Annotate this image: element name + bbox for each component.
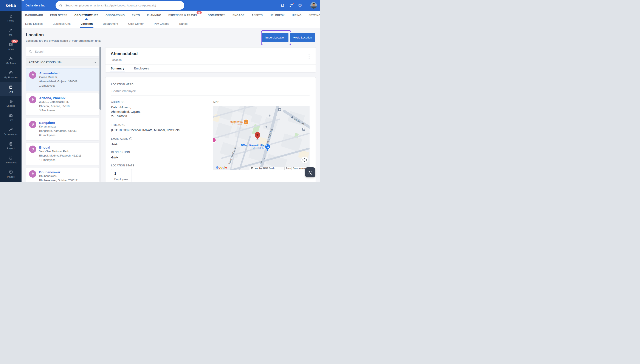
nav-settings[interactable]: SETTINGS [309, 11, 320, 20]
global-search-input[interactable] [65, 4, 181, 7]
info-icon[interactable] [129, 137, 132, 140]
sidebar-item-project[interactable]: Project [0, 138, 22, 153]
location-employee-count: 3 Employees [39, 108, 70, 113]
map-pan-control[interactable] [301, 156, 308, 164]
subnav-location[interactable]: Location [81, 20, 93, 28]
subnav-business-unit[interactable]: Business Unit [53, 20, 71, 28]
map-attribution-text: Map data ©2025 Google [255, 167, 275, 169]
import-location-button[interactable]: Import Location [262, 33, 288, 42]
location-card-bhubaneswar[interactable]: Bhubaneswar Bhubaneswar, Bhubaneswar, Od… [26, 167, 99, 182]
sidebar-item-my-team[interactable]: My Team [0, 53, 22, 68]
settings-button[interactable] [298, 3, 302, 8]
active-locations-header[interactable]: ACTIVE LOCATIONS (19) [26, 58, 99, 66]
subnav-department[interactable]: Department [103, 20, 118, 28]
locations-search-input[interactable] [35, 50, 96, 54]
sidebar-item-me[interactable]: Me [0, 25, 22, 39]
project-clipboard-icon [9, 142, 13, 146]
nav-hiring[interactable]: HIRING [292, 11, 302, 20]
sidebar-item-label: Org [9, 90, 13, 93]
sidebar-item-home[interactable]: Home [0, 11, 22, 25]
locations-search[interactable] [26, 47, 99, 56]
payroll-monitor-icon [9, 170, 13, 174]
location-pin-icon [29, 170, 36, 178]
location-card-bhopal[interactable]: Bhopal Van Vihar National Park, Bhopal, … [26, 142, 99, 165]
nav-documents[interactable]: DOCUMENTS [208, 11, 225, 20]
sidebar-item-time-attend[interactable]: Time Attend [0, 153, 22, 167]
location-card-ahemadabad[interactable]: Ahemadabad Calico Musem, Ahemadabad, Guj… [26, 68, 99, 91]
sidebar-item-performance[interactable]: Performance [0, 124, 22, 138]
location-pin-icon [29, 96, 36, 104]
hire-briefcase-icon [9, 113, 13, 118]
search-icon [59, 4, 63, 7]
subnav-legal-entities[interactable]: Legal Entities [25, 20, 43, 28]
map-terms-link[interactable]: Terms [286, 167, 291, 169]
org-building-icon [9, 85, 13, 89]
nav-dashboard[interactable]: DASHBOARD [25, 11, 43, 20]
location-pin-icon [29, 146, 36, 153]
poi-pink-icon[interactable] [213, 138, 216, 142]
employees-stat-unit: Employees [114, 178, 128, 181]
org-structure-subnav: Legal Entities Business Unit Location De… [22, 20, 320, 28]
nav-planning[interactable]: PLANNING [147, 11, 161, 20]
location-employee-count: 6 Employees [39, 133, 77, 138]
bus-stop-icon [278, 108, 281, 111]
poi-nannayya-label: Nannayya [230, 120, 243, 123]
sidebar-item-label: Inbox [8, 48, 14, 50]
location-address-line: Koramankala, [39, 124, 77, 129]
sidebar-item-payroll[interactable]: Payroll [0, 167, 22, 181]
app-window: Home Me 134 Inbox My Team My Finances Or… [0, 0, 320, 182]
topbar: keka Darksiders Inc [0, 0, 320, 11]
bus-stop-icon [302, 128, 305, 131]
nav-exits[interactable]: EXITS [132, 11, 140, 20]
location-address-line: Van Vihar National Park, [39, 149, 81, 154]
location-stats-label: LOCATION STATS [111, 164, 208, 167]
performance-trend-icon [9, 127, 13, 132]
assistant-fab[interactable] [305, 167, 315, 178]
sidebar-item-label: Hire [9, 119, 13, 121]
nav-expenses-travel[interactable]: EXPENSES & TRAVEL48 [168, 11, 198, 20]
page-subtitle: Locations are the physical space of your… [26, 39, 101, 42]
sidebar-item-hire[interactable]: Hire [0, 110, 22, 124]
nav-engage[interactable]: ENGAGE [233, 11, 244, 20]
description-field: DESCRIPTION -N/A- [111, 151, 208, 160]
keka-logo[interactable]: keka [0, 0, 22, 11]
nav-assets[interactable]: ASSETS [252, 11, 263, 20]
subnav-cost-center[interactable]: Cost Center [128, 20, 144, 28]
whats-new-button[interactable] [289, 3, 294, 8]
location-employee-count: 1 Employees [39, 84, 78, 88]
location-address-line: Bangalore, Karnataka, 530068 [39, 129, 77, 133]
location-card-bangalore[interactable]: Bangalore Koramankala, Bangalore, Karnat… [26, 118, 99, 140]
location-card-arizona-phoenix[interactable]: Arizona, Phoenix 3333E., Camelback Rd, P… [26, 93, 99, 116]
nav-onboarding[interactable]: ONBOARDING [105, 11, 125, 20]
gear-icon [298, 3, 302, 8]
detail-more-menu-button[interactable] [308, 53, 311, 61]
description-label: DESCRIPTION [111, 151, 208, 154]
magic-wand-icon [307, 170, 313, 175]
employees-stat-card[interactable]: 1 Employees [111, 169, 132, 182]
tab-summary[interactable]: Summary [111, 64, 124, 72]
location-detail-header: Ahemadabad Location Summary Employees [105, 47, 316, 72]
tab-employees[interactable]: Employees [134, 64, 149, 72]
poi-nannayya[interactable]: Nannayya నన్నయ్య [230, 119, 249, 126]
locations-scrollbar-thumb[interactable] [99, 47, 101, 110]
sidebar-item-my-finances[interactable]: My Finances [0, 68, 22, 82]
subnav-pay-grades[interactable]: Pay Grades [154, 20, 169, 28]
nav-employees[interactable]: EMPLOYEES [50, 11, 67, 20]
sidebar-item-engage[interactable]: Engage [0, 96, 22, 110]
keyboard-shortcuts-icon[interactable] [251, 167, 253, 169]
nav-org-structure[interactable]: ORG STRUCTURE [75, 11, 99, 20]
add-location-button[interactable]: +Add Location [290, 33, 315, 42]
subnav-bands[interactable]: Bands [179, 20, 187, 28]
location-head-search-input[interactable] [111, 86, 310, 96]
sidebar-item-inbox[interactable]: 134 Inbox [0, 39, 22, 53]
notifications-button[interactable] [280, 3, 285, 8]
location-name: Bhubaneswar [39, 170, 78, 174]
user-avatar[interactable] [310, 2, 317, 8]
sidebar-item-org[interactable]: Org [0, 82, 22, 96]
map-label: MAP [213, 100, 310, 104]
finances-icon [9, 70, 13, 75]
global-search[interactable] [56, 1, 184, 10]
map-embed[interactable]: Kavuri Hills Rd Road No. 36 Road Number … [213, 106, 310, 170]
nav-helpdesk[interactable]: HELPDESK [270, 11, 285, 20]
location-address-line: 3333E., Camelback Rd, [39, 100, 70, 104]
